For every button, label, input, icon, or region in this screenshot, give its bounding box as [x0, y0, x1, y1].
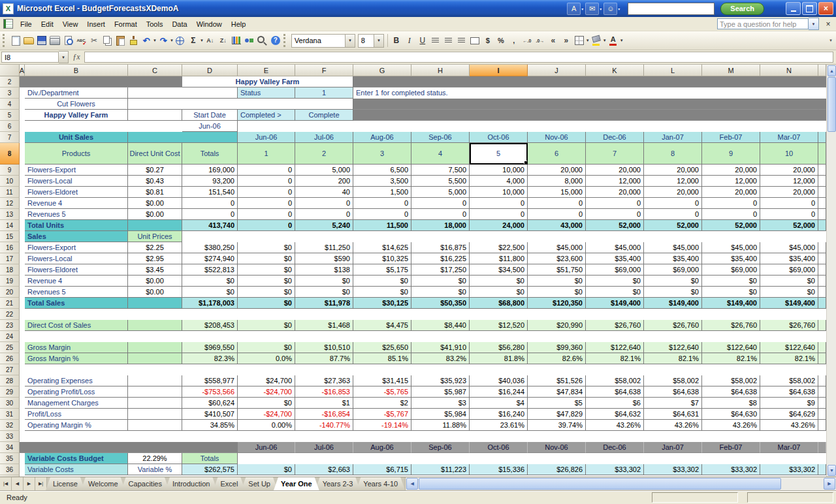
cell-D30[interactable]: $60,624 — [182, 398, 238, 409]
cell-E17[interactable]: $0 — [238, 253, 295, 264]
merge-center-icon[interactable] — [468, 34, 481, 47]
cell-M8[interactable]: 9 — [702, 143, 760, 165]
cell-M23[interactable]: $26,760 — [702, 320, 760, 331]
cell-N36[interactable]: $33,302 — [760, 464, 818, 475]
cell-N34[interactable]: Mar-07 — [760, 442, 818, 453]
font-name-combo[interactable]: Verdana ▼ — [291, 34, 355, 48]
cell-H36[interactable]: $11,223 — [411, 464, 470, 475]
cell-K32[interactable]: 43.26% — [586, 420, 644, 431]
cell-M10[interactable]: 12,000 — [702, 176, 760, 187]
cell-I29[interactable]: $16,244 — [470, 386, 528, 398]
cell-M11[interactable]: 20,000 — [702, 187, 760, 198]
cell-M17[interactable]: $35,400 — [702, 253, 760, 264]
cell-G28[interactable]: $31,415 — [353, 375, 411, 386]
cell-G16[interactable]: $14,625 — [353, 242, 411, 253]
column-header-F[interactable]: F — [295, 65, 353, 76]
menu-data[interactable]: Data — [167, 18, 191, 30]
cell-H30[interactable]: $3 — [411, 398, 470, 409]
row-header-18[interactable]: 18 — [0, 264, 20, 276]
cell-A11[interactable] — [20, 187, 25, 198]
cell-B10[interactable]: Flowers-Local — [25, 176, 128, 187]
cell-A7[interactable] — [20, 132, 25, 143]
row-header-4[interactable]: 4 — [0, 99, 20, 110]
cell-D21[interactable]: $1,178,003 — [182, 298, 238, 309]
cell-C26[interactable] — [128, 353, 182, 364]
cell-E16[interactable]: $0 — [238, 242, 295, 253]
row-header-24[interactable]: 24 — [0, 331, 20, 342]
align-center-icon[interactable] — [442, 34, 455, 47]
cell-D17[interactable]: $274,940 — [182, 253, 238, 264]
scroll-down-icon[interactable]: ▼ — [828, 465, 836, 476]
cell-B23[interactable]: Direct Cost of Sales — [25, 320, 128, 331]
cell-E21[interactable]: $0 — [238, 298, 295, 309]
cell-B3[interactable]: Div./Department — [25, 87, 128, 99]
cell-D19[interactable]: $0 — [182, 276, 238, 287]
cell-L30[interactable]: $7 — [644, 398, 702, 409]
row-header-22[interactable]: 22 — [0, 309, 20, 320]
tab-excel[interactable]: Excel — [213, 477, 245, 490]
cell-J25[interactable]: $99,360 — [528, 342, 586, 353]
row-header-14[interactable]: 14 — [0, 220, 20, 231]
tab-capacities[interactable]: Capacities — [121, 477, 169, 490]
cell-E14[interactable]: 0 — [238, 220, 295, 231]
cell-K29[interactable]: $64,638 — [586, 386, 644, 398]
cell-C9[interactable]: $0.27 — [128, 165, 182, 176]
cell-F20[interactable]: $0 — [295, 287, 353, 298]
copy-icon[interactable] — [101, 34, 114, 47]
menu-format[interactable]: Format — [110, 18, 142, 30]
cell-G29[interactable]: -$5,765 — [353, 386, 411, 398]
cell-A32[interactable] — [20, 420, 25, 431]
cell-K10[interactable]: 12,000 — [586, 176, 644, 187]
cell-M25[interactable]: $122,640 — [702, 342, 760, 353]
cell-B19[interactable]: Revenue 4 — [25, 276, 128, 287]
cell-I23[interactable]: $12,520 — [470, 320, 528, 331]
scroll-up-icon[interactable]: ▲ — [828, 65, 836, 76]
cell-C28[interactable] — [128, 375, 182, 386]
cell-G34[interactable]: Aug-06 — [353, 442, 411, 453]
font-color-icon-dropdown-icon[interactable]: ▼ — [620, 39, 624, 42]
cell-F23[interactable]: $1,468 — [295, 320, 353, 331]
cell-D2[interactable]: Happy Valley Farm — [182, 76, 353, 87]
cell-G13[interactable]: 0 — [353, 209, 411, 220]
cell-F9[interactable]: 5,000 — [295, 165, 353, 176]
horizontal-scrollbar[interactable]: ◀ ▶ — [405, 477, 836, 490]
cell-J32[interactable]: 39.74% — [528, 420, 586, 431]
cell-A26[interactable] — [20, 353, 25, 364]
cell-H31[interactable]: $5,984 — [411, 409, 470, 420]
cell-F34[interactable]: Jul-06 — [295, 442, 353, 453]
select-all-corner[interactable] — [0, 65, 20, 76]
cell-A9[interactable] — [20, 165, 25, 176]
row-header-11[interactable]: 11 — [0, 187, 20, 198]
menu-view[interactable]: View — [58, 18, 83, 30]
print-icon[interactable] — [48, 34, 61, 47]
row-header-31[interactable]: 31 — [0, 409, 20, 420]
cell-L25[interactable]: $122,640 — [644, 342, 702, 353]
cell-N17[interactable]: $35,400 — [760, 253, 818, 264]
cell-F30[interactable]: $1 — [295, 398, 353, 409]
cell-B13[interactable]: Revenues 5 — [25, 209, 128, 220]
cell-G12[interactable]: 0 — [353, 198, 411, 209]
scroll-left-icon[interactable]: ◀ — [406, 478, 418, 490]
mail-icon[interactable]: ✉ — [585, 3, 599, 15]
column-header-J[interactable]: J — [528, 65, 586, 76]
menu-window[interactable]: Window — [192, 18, 227, 30]
cell-C21[interactable] — [128, 298, 182, 309]
cell-J20[interactable]: $0 — [528, 287, 586, 298]
cell-F31[interactable]: -$16,854 — [295, 409, 353, 420]
cell-H32[interactable]: 11.88% — [411, 420, 470, 431]
cell-I19[interactable]: $0 — [470, 276, 528, 287]
cell-F12[interactable]: 0 — [295, 198, 353, 209]
column-header-E[interactable]: E — [238, 65, 295, 76]
autosum-icon-dropdown-icon[interactable]: ▼ — [200, 39, 204, 42]
row-header-13[interactable]: 13 — [0, 209, 20, 220]
cell-A23[interactable] — [20, 320, 25, 331]
row-header-16[interactable]: 16 — [0, 242, 20, 253]
cell-N10[interactable]: 12,000 — [760, 176, 818, 187]
cell-F29[interactable]: -$16,853 — [295, 386, 353, 398]
cell-F18[interactable]: $138 — [295, 264, 353, 276]
cell-N25[interactable]: $122,640 — [760, 342, 818, 353]
cell-G20[interactable]: $0 — [353, 287, 411, 298]
row-header-20[interactable]: 20 — [0, 287, 20, 298]
drawing-icon[interactable] — [243, 34, 256, 47]
cell-B30[interactable]: Management Charges — [25, 398, 128, 409]
